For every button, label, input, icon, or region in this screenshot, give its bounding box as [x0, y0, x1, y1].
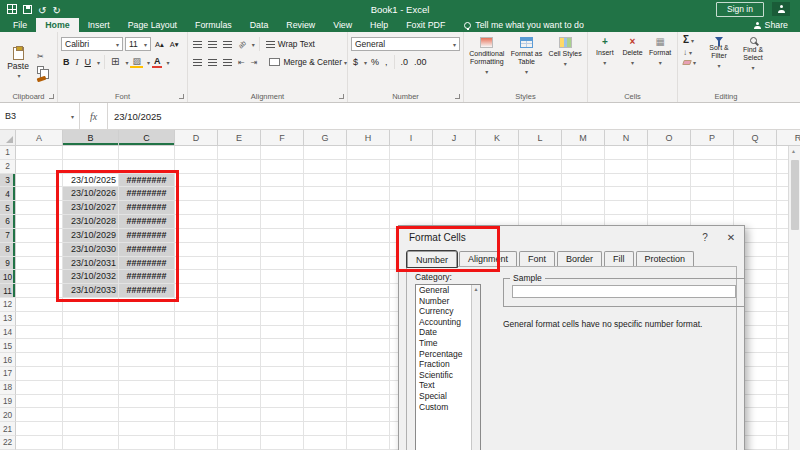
column-header-B[interactable]: B	[63, 130, 119, 145]
cell-J1[interactable]	[433, 146, 476, 160]
cell-O1[interactable]	[648, 146, 691, 160]
font-size-combo[interactable]: 11▾	[125, 37, 151, 51]
cell-G11[interactable]	[304, 284, 347, 298]
redo-icon[interactable]	[52, 0, 60, 18]
cell-L4[interactable]	[519, 187, 562, 201]
cell-B8[interactable]: 23/10/2030	[63, 243, 119, 257]
cell-A4[interactable]	[16, 187, 63, 201]
clipboard-dialog-launcher-icon[interactable]	[49, 94, 54, 99]
cell-G6[interactable]	[304, 215, 347, 229]
cell-F2[interactable]	[261, 160, 304, 174]
dialog-tab-font[interactable]: Font	[519, 251, 555, 266]
sort-filter-button[interactable]: Sort & Filter ▾	[702, 35, 736, 91]
cell-G17[interactable]	[304, 367, 347, 381]
cell-E15[interactable]	[218, 339, 261, 353]
cell-D20[interactable]	[175, 408, 218, 422]
cell-E3[interactable]	[218, 174, 261, 188]
borders-icon[interactable]	[109, 57, 121, 67]
cell-G8[interactable]	[304, 243, 347, 257]
cell-M1[interactable]	[562, 146, 605, 160]
cell-Q4[interactable]	[734, 187, 777, 201]
cell-C20[interactable]	[119, 408, 175, 422]
cell-E4[interactable]	[218, 187, 261, 201]
sign-in-button[interactable]: Sign in	[716, 2, 764, 17]
cell-H11[interactable]	[347, 284, 390, 298]
decrease-decimal-button[interactable]: .00	[412, 57, 429, 67]
cell-B1[interactable]	[63, 146, 119, 160]
cell-M5[interactable]	[562, 201, 605, 215]
cell-C6[interactable]: ########	[119, 215, 175, 229]
cell-O2[interactable]	[648, 160, 691, 174]
cell-E13[interactable]	[218, 312, 261, 326]
category-time[interactable]: Time	[416, 338, 471, 349]
row-header-18[interactable]: 18	[0, 381, 16, 395]
format-painter-icon[interactable]	[37, 76, 47, 83]
underline-button[interactable]: U	[83, 57, 94, 67]
row-header-15[interactable]: 15	[0, 339, 16, 353]
cell-M4[interactable]	[562, 187, 605, 201]
dialog-help-button[interactable]: ?	[692, 226, 718, 249]
category-scientific[interactable]: Scientific	[416, 370, 471, 381]
cell-D10[interactable]	[175, 270, 218, 284]
middle-align-icon[interactable]	[208, 41, 217, 48]
find-select-button[interactable]: Find & Select ▾	[736, 35, 770, 91]
number-format-combo[interactable]: General▾	[351, 37, 460, 51]
cell-P5[interactable]	[691, 201, 734, 215]
cell-E16[interactable]	[218, 353, 261, 367]
cell-N1[interactable]	[605, 146, 648, 160]
cell-F12[interactable]	[261, 298, 304, 312]
cell-K2[interactable]	[476, 160, 519, 174]
cell-D5[interactable]	[175, 201, 218, 215]
dialog-tab-border[interactable]: Border	[557, 251, 602, 266]
cell-D18[interactable]	[175, 381, 218, 395]
font-dialog-launcher-icon[interactable]	[179, 94, 184, 99]
row-header-12[interactable]: 12	[0, 298, 16, 312]
cell-A7[interactable]	[16, 229, 63, 243]
clear-button[interactable]: ▾	[681, 59, 698, 66]
cell-Q2[interactable]	[734, 160, 777, 174]
cell-P4[interactable]	[691, 187, 734, 201]
category-accounting[interactable]: Accounting	[416, 317, 471, 328]
cell-C21[interactable]	[119, 422, 175, 436]
cell-H13[interactable]	[347, 312, 390, 326]
column-header-N[interactable]: N	[605, 130, 648, 145]
share-button[interactable]: Share	[742, 18, 800, 32]
cell-N3[interactable]	[605, 174, 648, 188]
cell-D22[interactable]	[175, 436, 218, 450]
cell-D8[interactable]	[175, 243, 218, 257]
cell-A5[interactable]	[16, 201, 63, 215]
cell-E7[interactable]	[218, 229, 261, 243]
align-left-icon[interactable]	[193, 59, 202, 66]
cell-B17[interactable]	[63, 367, 119, 381]
cell-A8[interactable]	[16, 243, 63, 257]
cell-B15[interactable]	[63, 339, 119, 353]
conditional-formatting-button[interactable]: Conditional Formatting ▾	[467, 35, 507, 91]
cell-C9[interactable]: ########	[119, 257, 175, 271]
row-header-11[interactable]: 11	[0, 284, 16, 298]
cell-E20[interactable]	[218, 408, 261, 422]
cell-F14[interactable]	[261, 326, 304, 340]
cell-A3[interactable]	[16, 174, 63, 188]
category-text[interactable]: Text	[416, 380, 471, 391]
decrease-indent-icon[interactable]	[236, 58, 247, 67]
tell-me-box[interactable]: Tell me what you want to do	[454, 18, 594, 32]
increase-indent-icon[interactable]	[249, 58, 260, 67]
cell-F16[interactable]	[261, 353, 304, 367]
cell-K5[interactable]	[476, 201, 519, 215]
row-header-2[interactable]: 2	[0, 160, 16, 174]
cell-J4[interactable]	[433, 187, 476, 201]
cell-D21[interactable]	[175, 422, 218, 436]
ribbon-tab-file[interactable]: File	[4, 18, 36, 32]
cell-G12[interactable]	[304, 298, 347, 312]
cell-H15[interactable]	[347, 339, 390, 353]
cell-B18[interactable]	[63, 381, 119, 395]
cell-K4[interactable]	[476, 187, 519, 201]
cell-B13[interactable]	[63, 312, 119, 326]
cell-C4[interactable]: ########	[119, 187, 175, 201]
cell-K3[interactable]	[476, 174, 519, 188]
cell-D15[interactable]	[175, 339, 218, 353]
cell-H7[interactable]	[347, 229, 390, 243]
column-header-J[interactable]: J	[433, 130, 476, 145]
cell-B3[interactable]: 23/10/2025	[63, 174, 119, 188]
cell-N5[interactable]	[605, 201, 648, 215]
